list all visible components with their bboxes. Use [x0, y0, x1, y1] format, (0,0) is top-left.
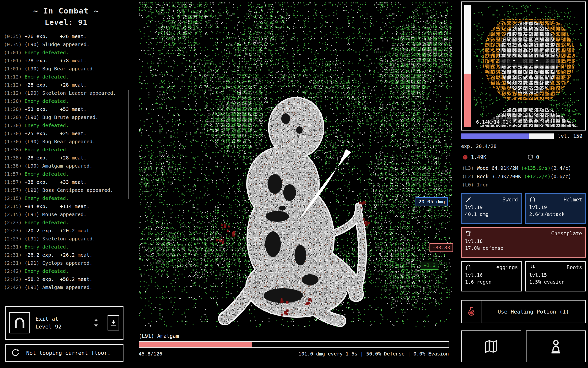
log-entry: (2:23) +20.2 exp. +20.2 meat. — [4, 227, 126, 235]
character-icon — [548, 338, 564, 355]
log-entry: (1:20) +53 exp. +53 meat. — [4, 105, 126, 113]
equipment-grid: Swordlvl.1940.1 dmgHelmetlvl.192.64s/att… — [461, 193, 586, 291]
meat-count: 1.49K — [471, 154, 486, 160]
log-entry: (0:35) +26 exp. +26 meat. — [4, 32, 126, 40]
equipment-name: Boots — [567, 264, 582, 270]
combat-status-title: ~ In Combat ~ — [0, 6, 132, 15]
log-entry: (1:01) +78 exp. +78 meat. — [4, 57, 126, 65]
exit-label-group: Exit at Level 92 — [36, 315, 61, 331]
equipment-level: lvl.19 — [529, 204, 582, 210]
player-exp-row: lvl. 159 — [461, 133, 586, 139]
log-entry: (1:57) +38 exp. +33 meat. — [4, 178, 126, 186]
character-button[interactable] — [526, 330, 586, 362]
game-root: ~ In Combat ~ Level: 91 (0:35) +26 exp. … — [0, 0, 588, 368]
shield-icon — [527, 154, 534, 160]
player-portrait-wrap: 6.14K/14.01K — [474, 5, 583, 127]
combat-log-panel: ~ In Combat ~ Level: 91 (0:35) +26 exp. … — [0, 0, 132, 368]
log-entry: (1:12) +28 exp. +28 meat. — [4, 81, 126, 89]
log-scrollbar[interactable] — [128, 90, 129, 199]
heal-floater: +1.6 — [421, 261, 438, 270]
log-entry: (2:23) (L91) Skeleton appeared. — [4, 235, 126, 243]
exit-level-label: Level 92 — [36, 323, 61, 331]
resource-counters: 1.49K 0 — [462, 154, 586, 160]
player-exp-fill — [461, 133, 529, 139]
log-entry: (2:15) (L91) Mouse appeared. — [4, 210, 126, 219]
log-entry: (1:01) Enemy defeated. — [4, 49, 126, 57]
enemy-hp-fill — [139, 342, 252, 347]
resource-line-rock: (L2) Rock 3.73K/200K (+12.2/s)(0.6/c) — [462, 172, 586, 181]
equipment-stat: 17.0% defense — [465, 245, 582, 251]
equipment-stat: 1.6 regen — [465, 279, 518, 285]
damage-taken-floater: -83.83 — [429, 243, 453, 252]
boots-icon — [529, 264, 536, 271]
log-entry: (1:12) Enemy defeated. — [4, 73, 126, 81]
healing-potion-icon — [462, 301, 481, 323]
log-entry: (0:35) (L90) Sludge appeared. — [4, 40, 126, 49]
log-entry: (1:30) +25 exp. +25 meat. — [4, 130, 126, 138]
equipment-name: Chestplate — [551, 231, 582, 237]
log-entry: (1:30) (L90) Bug Bear appeared. — [4, 138, 126, 146]
log-entry: (2:42) Enemy defeated. — [4, 267, 126, 275]
log-entry: (1:38) (L90) Amalgam appeared. — [4, 162, 126, 170]
log-entry: (1:12) (L90) Skeleton Leader appeared. — [4, 89, 126, 97]
log-entry: (1:01) (L90) Bug Bear appeared. — [4, 65, 126, 73]
log-scrollbar-thumb[interactable] — [128, 90, 129, 199]
dungeon-scene-canvas — [139, 2, 452, 328]
log-entry: (1:20) Enemy defeated. — [4, 97, 126, 105]
log-entry: (2:15) Enemy defeated. — [4, 194, 126, 202]
potion-button-label: Use Healing Potion (1) — [481, 301, 585, 323]
log-entry: (2:23) Enemy defeated. — [4, 219, 126, 227]
equipment-level: lvl.16 — [465, 272, 518, 278]
equipment-slot-boots[interactable]: Bootslvl.151.5% evasion — [525, 261, 586, 291]
damage-dealt-floater: 20.05 dmg — [416, 197, 448, 206]
log-entry: (2:31) (L91) Cyclops appeared. — [4, 259, 126, 267]
enemy-name-label: (L91) Amalgam — [139, 333, 181, 340]
equipment-stat: 2.64s/attack — [529, 211, 582, 217]
leggings-icon — [465, 264, 472, 271]
log-entry: (1:57) (L90) Boss Centipede appeared. — [4, 186, 126, 194]
loop-icon — [11, 348, 20, 357]
meat-counter: 1.49K — [462, 154, 527, 160]
equipment-name: Helmet — [564, 197, 582, 203]
player-hp-fill — [464, 74, 471, 127]
enemy-hp-bar — [139, 341, 449, 348]
exit-level-up-button[interactable] — [93, 318, 99, 322]
player-level-label: lvl. 159 — [558, 133, 582, 139]
log-entry: (1:38) +28 exp. +28 meat. — [4, 154, 126, 162]
map-button[interactable] — [461, 330, 521, 362]
equipment-name: Sword — [502, 197, 518, 203]
log-entry: (2:42) (L91) Amalgam appeared. — [4, 283, 126, 291]
loop-floor-button[interactable]: Not looping current floor. — [5, 344, 123, 362]
map-icon — [483, 338, 499, 355]
log-entry: (2:31) +26.2 exp. +26.2 meat. — [4, 251, 126, 259]
exit-level-down-button[interactable] — [93, 324, 99, 328]
equipment-level: lvl.19 — [465, 204, 518, 210]
equipment-slot-chestplate[interactable]: Chestplatelvl.1817.0% defense — [461, 227, 586, 258]
equipment-stat: 1.5% evasion — [529, 279, 582, 285]
player-exp-value: exp. 20.4/28 — [461, 143, 497, 149]
equipment-slot-sword[interactable]: Swordlvl.1940.1 dmg — [461, 193, 522, 224]
combat-log: (0:35) +26 exp. +26 meat.(0:35) (L90) Sl… — [4, 32, 126, 291]
resource-list: (L3) Wood 64.91K/2M (+135.9/s)(2.4/c)(L2… — [462, 164, 586, 189]
player-hp-bar — [464, 5, 471, 127]
player-exp-bar — [461, 133, 554, 139]
shield-counter: 0 — [527, 154, 539, 160]
exit-at-label: Exit at — [36, 315, 61, 323]
exit-arch-icon — [9, 312, 30, 333]
resource-line-iron: (L0) Iron — [462, 181, 586, 189]
use-healing-potion-button[interactable]: Use Healing Potion (1) — [461, 300, 586, 323]
chestplate-icon — [465, 230, 472, 237]
log-entry: (1:38) Enemy defeated. — [4, 146, 126, 154]
equipment-slot-leggings[interactable]: Leggingslvl.161.6 regen — [461, 261, 522, 291]
exit-at-level-control[interactable]: Exit at Level 92 — [5, 306, 123, 340]
log-entry: (1:20) (L90) Bug Brute appeared. — [4, 113, 126, 121]
equipment-slot-helmet[interactable]: Helmetlvl.192.64s/attack — [525, 193, 586, 224]
player-hp-value: 6.14K/14.01K — [474, 118, 514, 125]
floor-level-label: Level: 91 — [0, 18, 132, 26]
equipment-level: lvl.15 — [529, 272, 582, 278]
descend-now-button[interactable] — [108, 315, 119, 330]
resource-line-wood: (L3) Wood 64.91K/2M (+135.9/s)(2.4/c) — [462, 164, 586, 172]
equipment-name: Leggings — [493, 264, 518, 270]
shield-count: 0 — [536, 154, 539, 160]
sword-icon — [465, 196, 472, 203]
